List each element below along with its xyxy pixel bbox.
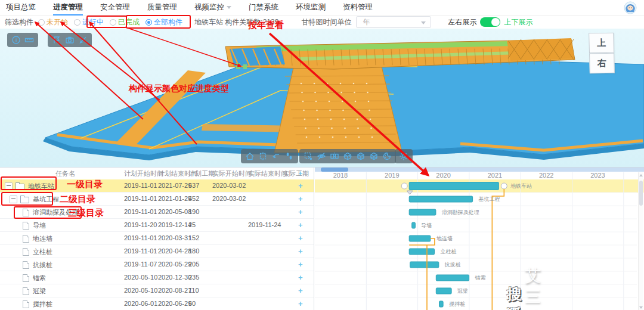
nav-item-4[interactable]: 质量管理 bbox=[147, 0, 177, 16]
display-mode-toggle[interactable] bbox=[480, 17, 500, 27]
row-add-button[interactable]: + bbox=[298, 245, 303, 258]
ruler-icon[interactable] bbox=[24, 35, 34, 45]
association-count-text: 地铁车站 构件关联数:2139 bbox=[194, 17, 278, 27]
table-row-锚索[interactable]: 锚索2020-05-102020-12-30235+ bbox=[0, 271, 314, 284]
nav-item-3[interactable]: 安全管理 bbox=[100, 0, 130, 16]
home-icon[interactable] bbox=[245, 151, 255, 161]
viewport-toolbar-annotate[interactable] bbox=[48, 33, 92, 47]
row-add-button[interactable]: + bbox=[298, 206, 303, 218]
gantt-bar-溶洞勘探及处理[interactable] bbox=[409, 209, 436, 215]
gantt-bar-地连墙[interactable] bbox=[409, 235, 431, 241]
section-box-icon[interactable] bbox=[343, 151, 352, 161]
task-cell: 2019-11-20 bbox=[124, 219, 158, 231]
viewport-toolbar-settings[interactable] bbox=[395, 149, 413, 163]
nav-item-7[interactable]: 环境监测 bbox=[296, 0, 326, 16]
file-icon bbox=[23, 274, 29, 282]
collapse-toggle-icon[interactable] bbox=[10, 196, 17, 203]
radio-未开始[interactable]: 未开始 bbox=[38, 17, 68, 27]
radio-进行中[interactable]: 进行中 bbox=[74, 17, 104, 27]
gantt-bar-锚索[interactable] bbox=[436, 275, 469, 281]
scroll-up-icon[interactable] bbox=[639, 174, 643, 176]
nav-item-5[interactable]: 视频监控 bbox=[194, 0, 231, 16]
table-row-基坑工程[interactable]: 基坑工程2019-11-012021-01-254522020-03-02+ bbox=[0, 193, 314, 206]
file-icon bbox=[23, 261, 29, 269]
row-add-button[interactable]: + bbox=[298, 297, 303, 310]
gantt-bar-基坑工程[interactable] bbox=[409, 196, 472, 202]
task-cell: 2020-03-02 bbox=[212, 193, 249, 205]
gantt-bar-label: 地铁车站 bbox=[510, 183, 532, 189]
row-add-button[interactable]: + bbox=[298, 179, 303, 192]
undo-icon[interactable] bbox=[271, 151, 281, 161]
table-row-搅拌桩[interactable]: 搅拌桩2020-06-012020-06-2960+ bbox=[0, 297, 314, 310]
gantt-bar-抗拔桩[interactable] bbox=[410, 262, 439, 268]
row-add-button[interactable]: + bbox=[298, 258, 303, 271]
model-viewport[interactable]: 上 右 bbox=[0, 29, 644, 167]
row-add-button[interactable]: + bbox=[298, 284, 303, 297]
flag-icon[interactable] bbox=[52, 35, 61, 45]
frame-select-icon[interactable] bbox=[258, 151, 268, 161]
viewport-toolbar-navigate[interactable] bbox=[241, 149, 298, 163]
task-cell: 2020-03-31 bbox=[158, 232, 192, 244]
bar-start-handle[interactable] bbox=[401, 183, 407, 189]
hide-component-icon[interactable] bbox=[317, 151, 326, 161]
section-icon[interactable] bbox=[330, 151, 339, 161]
row-add-button[interactable]: + bbox=[298, 271, 303, 284]
nav-item-1[interactable]: 项目总览 bbox=[6, 0, 36, 16]
settings-icon[interactable] bbox=[399, 151, 408, 161]
info-icon[interactable] bbox=[11, 35, 21, 45]
table-row-立柱桩[interactable]: 立柱桩2019-11-012020-04-28180+ bbox=[0, 245, 314, 258]
add-task-button[interactable]: + bbox=[298, 168, 303, 179]
task-cell: 152 bbox=[188, 232, 212, 244]
radio-全部构件[interactable]: 全部构件 bbox=[145, 17, 182, 27]
paint-icon[interactable] bbox=[382, 151, 392, 161]
task-cell: 2020-05-08 bbox=[158, 206, 192, 218]
view-cube-right[interactable]: 右 bbox=[589, 53, 615, 73]
walk-icon[interactable] bbox=[284, 151, 294, 161]
nav-item-6[interactable]: 门禁系统 bbox=[249, 0, 278, 16]
gantt-bar-label: 锚索 bbox=[475, 275, 486, 281]
gantt-bar-导墙[interactable] bbox=[412, 222, 416, 228]
col-header: 计划工期 bbox=[188, 168, 215, 179]
gantt-chart: 201820192020202120222023 地铁车站基坑工程溶洞勘探及处理… bbox=[315, 168, 644, 310]
row-add-button[interactable]: + bbox=[298, 232, 303, 244]
col-header: 任务名 bbox=[55, 168, 75, 179]
radio-已完成[interactable]: 已完成 bbox=[110, 17, 140, 27]
gantt-unit-value: 年 bbox=[363, 18, 370, 26]
gantt-bar-地铁车站[interactable] bbox=[409, 182, 499, 190]
task-name: 立柱桩 bbox=[33, 246, 52, 258]
scroll-down-icon[interactable] bbox=[639, 306, 643, 309]
task-cell: 2020-03-02 bbox=[212, 179, 249, 192]
user-avatar[interactable] bbox=[624, 1, 637, 14]
table-row-地铁车站[interactable]: 地铁车站2019-11-012021-07-296372020-03-02+ bbox=[0, 179, 314, 193]
task-name: 锚索 bbox=[33, 272, 46, 284]
scrollbar-thumb[interactable] bbox=[639, 181, 643, 206]
nav-item-2[interactable]: 进度管理 bbox=[53, 0, 83, 16]
table-row-地连墙[interactable]: 地连墙2019-11-012020-03-31152+ bbox=[0, 232, 314, 245]
gantt-unit-select[interactable]: 年 bbox=[356, 16, 431, 28]
row-add-button[interactable]: + bbox=[298, 193, 303, 205]
task-cell: 2019-12-14 bbox=[158, 219, 192, 231]
wireframe-cube-icon[interactable] bbox=[369, 151, 379, 161]
bar-end-handle[interactable] bbox=[501, 183, 507, 189]
viewport-toolbar-measure[interactable] bbox=[7, 33, 38, 47]
gantt-bar-冠梁[interactable] bbox=[436, 288, 451, 294]
table-row-导墙[interactable]: 导墙2019-11-202019-12-14252019-11-24+ bbox=[0, 219, 314, 232]
task-cell: 110 bbox=[188, 284, 212, 297]
box-select-icon[interactable] bbox=[304, 151, 313, 161]
view-cube-top[interactable]: 上 bbox=[589, 33, 614, 53]
gantt-vertical-scrollbar[interactable] bbox=[638, 172, 643, 310]
task-cell: 2019-11-01 bbox=[124, 179, 158, 192]
row-add-button[interactable]: + bbox=[298, 219, 303, 231]
cube-icon[interactable] bbox=[356, 151, 366, 161]
table-row-抗拔桩[interactable]: 抗拔桩2019-11-072020-05-29205+ bbox=[0, 258, 314, 271]
view-cube[interactable]: 上 右 bbox=[589, 33, 615, 73]
table-row-溶洞勘探及处理[interactable]: 溶洞勘探及处理2019-11-012020-05-08190+ bbox=[0, 206, 314, 219]
viewport-toolbar-display[interactable] bbox=[299, 149, 396, 163]
table-row-冠梁[interactable]: 冠梁2020-05-102020-08-27110+ bbox=[0, 284, 314, 297]
camera-icon[interactable] bbox=[65, 35, 75, 45]
nav-item-8[interactable]: 资料管理 bbox=[343, 0, 373, 16]
gantt-bar-搅拌桩[interactable] bbox=[439, 301, 444, 307]
collapse-toggle-icon[interactable] bbox=[5, 182, 13, 190]
protractor-icon[interactable] bbox=[78, 35, 88, 45]
gantt-bar-立柱桩[interactable] bbox=[409, 249, 434, 255]
